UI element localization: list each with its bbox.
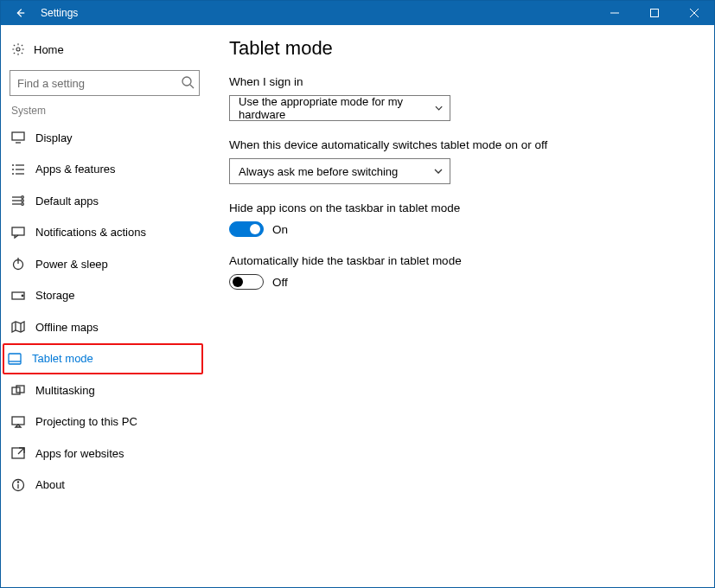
sidebar-item-label: Default apps xyxy=(35,195,99,208)
page-title: Tablet mode xyxy=(229,37,693,60)
back-arrow-icon xyxy=(14,7,26,19)
power-icon xyxy=(11,257,25,271)
svg-line-34 xyxy=(18,448,24,454)
window-title: Settings xyxy=(41,7,78,19)
sidebar-item-label: Tablet mode xyxy=(32,352,93,365)
sidebar-item-multitasking[interactable]: Multitasking xyxy=(8,374,201,406)
home-nav[interactable]: Home xyxy=(8,34,201,65)
settings-window: Settings Home System xyxy=(0,0,715,588)
search-icon xyxy=(181,75,195,89)
svg-rect-21 xyxy=(12,227,24,235)
chevron-down-icon xyxy=(435,104,443,112)
minimize-button[interactable] xyxy=(595,1,635,25)
back-button[interactable] xyxy=(1,1,39,25)
sidebar-item-apps-websites[interactable]: Apps for websites xyxy=(8,438,201,470)
hideicons-state: On xyxy=(272,223,288,236)
display-icon xyxy=(11,131,25,144)
title-bar: Settings xyxy=(1,1,714,25)
message-icon xyxy=(11,226,25,240)
sidebar-item-label: Projecting to this PC xyxy=(35,415,137,428)
sidebar-item-default-apps[interactable]: Default apps xyxy=(8,185,201,217)
svg-point-18 xyxy=(22,200,24,202)
search-input[interactable] xyxy=(10,70,200,96)
svg-point-25 xyxy=(22,295,23,297)
chevron-down-icon xyxy=(434,167,443,176)
maximize-button[interactable] xyxy=(635,1,674,25)
hideicons-toggle[interactable] xyxy=(229,221,264,237)
svg-point-20 xyxy=(22,203,24,206)
svg-rect-7 xyxy=(12,132,24,140)
hideicons-label: Hide app icons on the taskbar in tablet … xyxy=(229,201,693,214)
autoswitch-value: Always ask me before switching xyxy=(239,165,398,178)
close-icon xyxy=(690,9,699,17)
sidebar-item-label: Storage xyxy=(35,289,75,302)
minimize-icon xyxy=(610,9,619,17)
sidebar-item-label: Power & sleep xyxy=(35,258,108,271)
sidebar-item-storage[interactable]: Storage xyxy=(8,280,201,312)
sidebar-item-apps-features[interactable]: Apps & features xyxy=(8,154,201,186)
sidebar-item-tablet-mode[interactable]: Tablet mode xyxy=(3,343,203,375)
list-icon xyxy=(11,163,25,176)
sidebar-item-label: Display xyxy=(35,131,73,144)
signin-value: Use the appropriate mode for my hardware xyxy=(239,95,435,121)
svg-point-4 xyxy=(16,48,20,51)
signin-label: When I sign in xyxy=(229,75,693,88)
sidebar-item-notifications[interactable]: Notifications & actions xyxy=(8,217,201,249)
maximize-icon xyxy=(650,9,659,17)
svg-rect-1 xyxy=(651,10,659,17)
defaults-icon xyxy=(11,194,25,208)
sidebar-item-about[interactable]: About xyxy=(8,470,201,502)
svg-line-6 xyxy=(190,85,194,88)
sidebar-item-label: Notifications & actions xyxy=(35,226,146,239)
storage-icon xyxy=(11,289,25,303)
content-pane: Tablet mode When I sign in Use the appro… xyxy=(208,25,714,587)
autoswitch-label: When this device automatically switches … xyxy=(229,138,693,151)
sidebar: Home System Display Apps & features xyxy=(1,25,208,587)
sidebar-item-label: About xyxy=(35,478,65,491)
sidebar-item-display[interactable]: Display xyxy=(8,122,201,154)
hidetaskbar-state: Off xyxy=(272,276,288,289)
map-icon xyxy=(11,320,25,334)
close-button[interactable] xyxy=(674,1,714,25)
sidebar-item-projecting[interactable]: Projecting to this PC xyxy=(8,406,201,438)
sidebar-item-offline-maps[interactable]: Offline maps xyxy=(8,311,201,343)
autoswitch-dropdown[interactable]: Always ask me before switching xyxy=(229,158,450,184)
tablet-icon xyxy=(8,352,22,366)
project-icon xyxy=(11,415,25,429)
svg-rect-28 xyxy=(9,354,21,364)
signin-dropdown[interactable]: Use the appropriate mode for my hardware xyxy=(229,95,450,121)
info-icon xyxy=(11,478,25,492)
sidebar-item-label: Apps & features xyxy=(35,163,116,176)
sidebar-item-power-sleep[interactable]: Power & sleep xyxy=(8,248,201,280)
hidetaskbar-label: Automatically hide the taskbar in tablet… xyxy=(229,254,693,267)
svg-point-5 xyxy=(182,77,191,86)
openwith-icon xyxy=(11,446,25,460)
svg-rect-32 xyxy=(12,417,24,425)
home-label: Home xyxy=(34,43,64,56)
hidetaskbar-toggle[interactable] xyxy=(229,274,264,290)
group-system-label: System xyxy=(11,105,201,117)
sidebar-item-label: Apps for websites xyxy=(35,447,124,460)
gear-icon xyxy=(11,42,25,56)
sidebar-item-label: Multitasking xyxy=(35,384,95,397)
svg-point-16 xyxy=(22,196,24,199)
sidebar-item-label: Offline maps xyxy=(35,321,99,334)
multitask-icon xyxy=(11,383,25,397)
svg-point-37 xyxy=(17,482,18,483)
